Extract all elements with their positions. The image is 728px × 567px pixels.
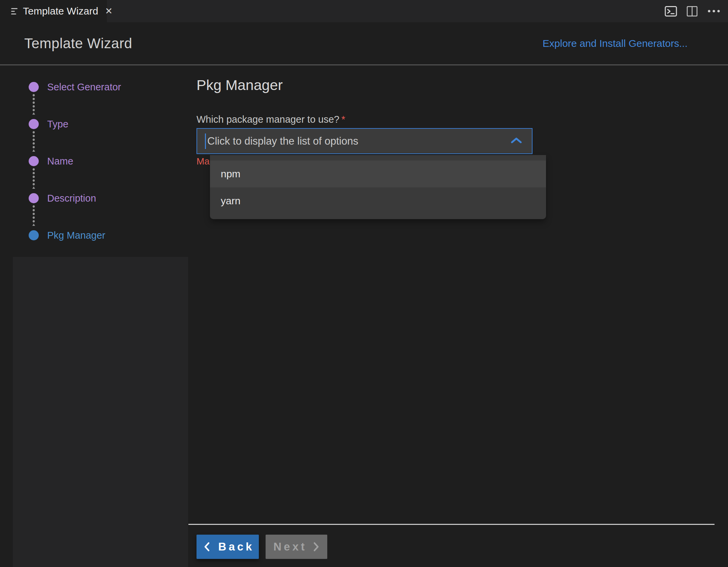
- page-header: Template Wizard Explore and Install Gene…: [0, 22, 728, 65]
- explore-generators-link[interactable]: Explore and Install Generators...: [543, 38, 688, 49]
- options-dropdown: npm yarn: [210, 155, 546, 219]
- step-select-generator[interactable]: Select Generator: [29, 82, 121, 92]
- step-type[interactable]: Type: [29, 119, 68, 129]
- chevron-up-icon[interactable]: [510, 137, 522, 146]
- step-pkg-manager[interactable]: Pkg Manager: [29, 230, 105, 240]
- step-connector: [32, 168, 35, 186]
- step-dot: [29, 82, 39, 92]
- step-dot: [29, 193, 39, 203]
- more-actions-icon[interactable]: [707, 9, 721, 13]
- required-marker: *: [341, 114, 345, 125]
- step-label: Pkg Manager: [47, 230, 105, 240]
- step-dot: [29, 230, 39, 240]
- option-yarn[interactable]: yarn: [210, 187, 546, 214]
- template-wizard-window: Template Wizard ✕: [0, 0, 728, 567]
- footer-divider: [188, 524, 715, 525]
- option-npm[interactable]: npm: [210, 160, 546, 187]
- chevron-right-icon: [313, 541, 320, 552]
- step-label: Description: [47, 193, 96, 203]
- back-button[interactable]: Back: [196, 535, 259, 559]
- split-editor-icon[interactable]: [687, 6, 698, 17]
- terminal-icon[interactable]: [665, 6, 677, 17]
- step-connector: [32, 130, 35, 149]
- question-label: Which package manager to use?*: [196, 114, 345, 125]
- step-label: Select Generator: [47, 82, 121, 92]
- step-label: Type: [47, 119, 68, 129]
- step-dot: [29, 156, 39, 166]
- tab-title: Template Wizard: [23, 5, 98, 17]
- wizard-list-icon: [11, 8, 18, 14]
- left-panel: [13, 257, 188, 567]
- select-placeholder: Click to display the list of options: [205, 135, 358, 147]
- select-placeholder-text: Click to display the list of options: [207, 135, 358, 147]
- text-caret: [205, 133, 206, 149]
- editor-tab-bar: Template Wizard ✕: [0, 0, 728, 22]
- next-button[interactable]: Next: [266, 535, 327, 559]
- page-title: Template Wizard: [24, 35, 132, 52]
- step-name[interactable]: Name: [29, 156, 73, 166]
- form-heading: Pkg Manager: [196, 77, 283, 93]
- step-connector: [32, 205, 35, 223]
- step-description[interactable]: Description: [29, 193, 96, 203]
- tab-template-wizard[interactable]: Template Wizard ✕: [0, 0, 107, 22]
- tab-close-icon[interactable]: ✕: [105, 7, 113, 16]
- step-connector: [32, 93, 35, 112]
- step-dot: [29, 119, 39, 129]
- question-text: Which package manager to use?: [196, 114, 339, 125]
- chevron-left-icon: [204, 541, 210, 552]
- step-label: Name: [47, 156, 73, 166]
- package-manager-select[interactable]: Click to display the list of options: [196, 128, 533, 154]
- editor-actions: [665, 0, 721, 22]
- back-button-label: Back: [218, 540, 254, 553]
- next-button-label: Next: [273, 540, 307, 553]
